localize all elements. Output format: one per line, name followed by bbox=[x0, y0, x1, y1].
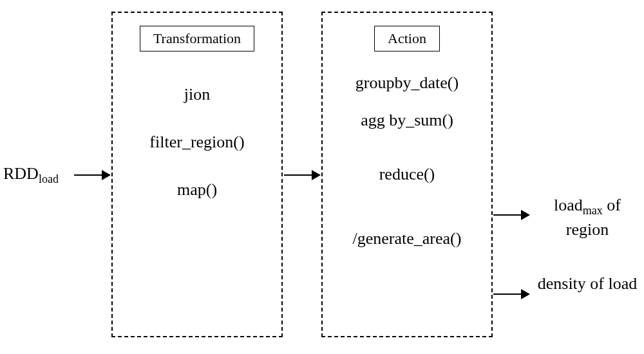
action-item: agg by_sum() bbox=[361, 111, 453, 130]
action-item: groupby_date() bbox=[355, 73, 459, 93]
output1-prefix: load bbox=[554, 196, 583, 214]
transformation-item: map() bbox=[177, 180, 217, 200]
arrow-head-icon bbox=[521, 210, 530, 220]
arrow-line bbox=[493, 214, 521, 216]
output-loadmax: loadmax of region bbox=[536, 194, 639, 240]
transformation-item: filter_region() bbox=[149, 133, 244, 152]
input-label: RDDload bbox=[3, 164, 59, 186]
action-title: Action bbox=[374, 26, 440, 51]
input-subscript: load bbox=[39, 172, 59, 185]
output-density: density of load bbox=[536, 273, 639, 295]
rdd-flow-diagram: RDDload Transformation jion filter_regio… bbox=[0, 0, 644, 354]
arrow-line bbox=[284, 174, 312, 176]
transformation-box: Transformation jion filter_region() map(… bbox=[111, 12, 283, 337]
input-prefix: RDD bbox=[3, 164, 39, 183]
arrow-head-icon bbox=[312, 170, 321, 180]
action-item: reduce() bbox=[379, 165, 435, 184]
arrow-action-to-density bbox=[493, 289, 530, 299]
arrow-head-icon bbox=[521, 289, 530, 299]
arrow-head-icon bbox=[102, 170, 111, 180]
arrow-line bbox=[74, 174, 102, 176]
arrow-input-to-transformation bbox=[74, 170, 111, 180]
action-box: Action groupby_date() agg by_sum() reduc… bbox=[321, 12, 493, 337]
transformation-title: Transformation bbox=[140, 26, 254, 51]
arrow-transformation-to-action bbox=[284, 170, 321, 180]
output1-subscript: max bbox=[583, 204, 603, 217]
arrow-action-to-loadmax bbox=[493, 210, 530, 220]
arrow-line bbox=[493, 293, 521, 295]
transformation-item: jion bbox=[184, 85, 210, 104]
action-item: /generate_area() bbox=[353, 229, 462, 248]
